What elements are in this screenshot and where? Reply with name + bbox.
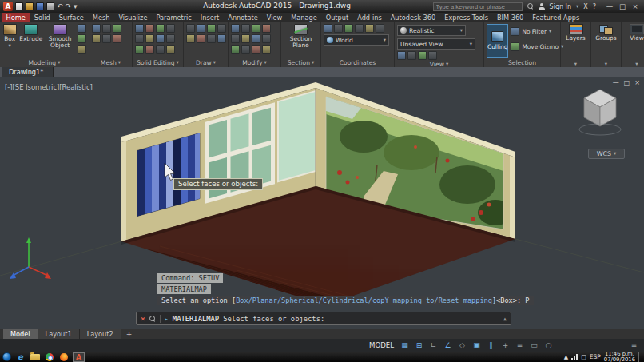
grid-toggle-icon[interactable]: ▦ <box>400 340 410 351</box>
smooth-less-icon[interactable] <box>113 24 121 33</box>
object-snap-icon[interactable]: ▣ <box>471 340 482 351</box>
arc-icon[interactable] <box>217 24 226 33</box>
box-tool-button[interactable]: Box ▾ <box>2 24 17 49</box>
named-view-selector[interactable]: Unsaved View ▾ <box>397 38 475 50</box>
plot-icon[interactable] <box>46 2 54 10</box>
autocad-taskbar-button[interactable]: A <box>73 352 85 362</box>
ribbon-tab-autodesk360[interactable]: Autodesk 360 <box>386 13 439 22</box>
3d-scene[interactable] <box>0 77 644 329</box>
dynamic-input-icon[interactable]: + <box>500 340 511 351</box>
fillet-edge-icon[interactable] <box>135 34 144 43</box>
polar-tracking-icon[interactable]: ∠ <box>443 340 453 351</box>
isodraft-icon[interactable]: ◇ <box>457 340 467 351</box>
trim-icon[interactable] <box>252 24 260 33</box>
line-icon[interactable] <box>186 24 195 33</box>
clean-icon[interactable] <box>145 45 154 54</box>
rectangle-icon[interactable] <box>186 34 195 43</box>
ribbon-tab-addins[interactable]: Add-ins <box>353 13 387 22</box>
viewport-minimize-icon[interactable]: — <box>613 79 619 86</box>
ribbon-tab-view[interactable]: View <box>262 13 286 22</box>
panel-label-view-collapsed[interactable]: ▾ <box>624 61 644 68</box>
object-isolate-icon[interactable]: ○ <box>543 340 554 351</box>
help-icon[interactable]: ? <box>593 3 596 10</box>
layout-tab-layout2[interactable]: Layout2 <box>80 329 121 339</box>
panel-label-modeling[interactable]: Modeling▾ <box>2 58 86 67</box>
chrome-icon[interactable] <box>44 352 54 361</box>
smooth-object-button[interactable]: Smooth Object <box>45 24 75 49</box>
show-desktop-button[interactable] <box>638 352 642 362</box>
ortho-toggle-icon[interactable]: ∟ <box>428 340 439 351</box>
customization-icon[interactable]: ≡ <box>629 340 639 351</box>
internet-explorer-icon[interactable]: e <box>15 352 26 361</box>
explode-icon[interactable] <box>252 45 260 54</box>
file-explorer-icon[interactable] <box>30 352 40 361</box>
viewport-corner-controls[interactable]: [-][SE Isometric][Realistic] <box>5 83 93 91</box>
panel-label-view[interactable]: View▾ <box>397 60 481 67</box>
ribbon-tab-annotate[interactable]: Annotate <box>224 13 262 22</box>
model-space-toggle[interactable]: MODEL <box>369 341 394 349</box>
layers-panel-button[interactable]: Layers <box>566 24 585 42</box>
firefox-icon[interactable] <box>58 352 69 361</box>
command-line-dock[interactable]: × ▸ MATERIALMAP Select faces or objects:… <box>136 312 511 325</box>
ucs-z-icon[interactable] <box>376 24 384 33</box>
no-filter-button[interactable]: No Filter ▾ <box>511 24 563 39</box>
slice-icon[interactable] <box>166 24 175 33</box>
ribbon-tab-solid[interactable]: Solid <box>30 13 54 22</box>
array-icon[interactable] <box>231 45 240 54</box>
move-icon[interactable] <box>231 24 240 33</box>
panel-label-draw[interactable]: Draw▾ <box>186 58 225 67</box>
panel-label-mesh[interactable]: Mesh▾ <box>92 58 129 67</box>
culling-toggle-button[interactable]: Culling <box>487 24 508 58</box>
groups-panel-button[interactable]: Groups <box>595 24 616 42</box>
new-file-icon[interactable] <box>15 2 23 10</box>
ribbon-tab-bim360[interactable]: BIM 360 <box>492 13 527 22</box>
ribbon-tab-home[interactable]: Home <box>2 13 30 22</box>
polyline-icon[interactable] <box>197 24 205 33</box>
pan-icon[interactable] <box>428 51 437 60</box>
panel-label-section[interactable]: Section▾ <box>284 58 318 67</box>
panel-label-modify[interactable]: Modify▾ <box>231 58 278 67</box>
help-search-input[interactable] <box>433 2 523 11</box>
viewport-four-icon[interactable] <box>407 51 416 60</box>
qat-dropdown-icon[interactable]: ▾ <box>74 2 78 10</box>
panel-label-coordinates[interactable]: Coordinates <box>324 58 392 67</box>
taper-face-icon[interactable] <box>145 34 154 43</box>
panel-label-layers[interactable]: ▾ <box>563 61 588 68</box>
snap-toggle-icon[interactable]: ⊞ <box>414 340 424 351</box>
network-icon[interactable] <box>571 354 578 360</box>
ucs-selector[interactable]: World ▾ <box>324 34 389 46</box>
sign-in-dropdown-icon[interactable]: ▾ <box>576 4 578 10</box>
move-gizmo-button[interactable]: Move Gizmo ▾ <box>511 39 563 54</box>
save-icon[interactable] <box>36 2 44 10</box>
window-restore-button[interactable]: □ <box>617 2 628 10</box>
ucs-y-icon[interactable] <box>365 24 374 33</box>
drawing-viewport[interactable]: [-][SE Isometric][Realistic] — □ × WCS ▾… <box>0 77 644 329</box>
window-close-button[interactable]: × <box>630 2 641 10</box>
ellipse-icon[interactable] <box>207 34 216 43</box>
viewport-restore-icon[interactable]: □ <box>624 79 630 86</box>
search-icon[interactable] <box>527 3 534 10</box>
ribbon-tab-output[interactable]: Output <box>321 13 352 22</box>
new-layout-button[interactable]: + <box>121 329 137 339</box>
intersect-icon[interactable] <box>156 24 165 33</box>
undo-icon[interactable]: ↶ <box>57 2 63 10</box>
circle-icon[interactable] <box>207 24 216 33</box>
autocad-logo-icon[interactable]: A <box>3 2 13 11</box>
sweep-icon[interactable] <box>78 45 86 54</box>
start-button[interactable] <box>2 352 11 361</box>
ribbon-tab-featured-apps[interactable]: Featured Apps <box>528 13 584 22</box>
imprint-icon[interactable] <box>135 45 144 54</box>
refine-mesh-icon[interactable] <box>92 34 101 43</box>
panel-label-selection[interactable]: Selection <box>487 58 558 67</box>
union-icon[interactable] <box>135 24 144 33</box>
layout-tab-model[interactable]: Model <box>3 329 38 339</box>
redo-icon[interactable]: ↷ <box>66 2 72 10</box>
file-tab-drawing1[interactable]: Drawing1* <box>2 66 54 77</box>
stretch-icon[interactable] <box>252 34 260 43</box>
add-crease-icon[interactable] <box>102 34 111 43</box>
command-close-icon[interactable]: × <box>141 314 145 323</box>
viewport-close-icon[interactable]: × <box>634 79 640 86</box>
spline-icon[interactable] <box>217 34 226 43</box>
remove-crease-icon[interactable] <box>113 34 121 43</box>
layout-tab-layout1[interactable]: Layout1 <box>38 329 80 339</box>
